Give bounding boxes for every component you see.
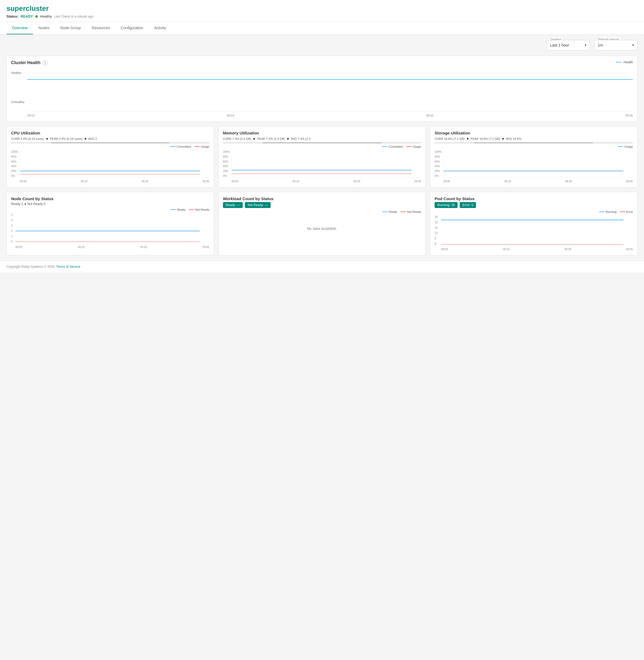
node-ready-chart-line (16, 231, 200, 231)
storage-scrollbar (435, 142, 633, 143)
storage-stats: CURR 16.6% (7.1 GB) ● PEAK 16.6% (7.1 GB… (435, 136, 633, 141)
storage-chart-body (443, 150, 633, 178)
cluster-health-card: Cluster Health i Health Healthy Unhealth… (6, 56, 638, 122)
health-legend-line (616, 62, 621, 63)
tab-overview[interactable]: Overview (6, 22, 33, 34)
status-cards-grid: Node Count by Status Ready 2 ● Not Ready… (6, 192, 638, 255)
tab-node-group[interactable]: Node Group (55, 22, 86, 34)
mem-committed-line (382, 146, 387, 147)
pod-count-card: Pod Count by Status Running: 26 Error: 0… (430, 192, 638, 255)
mem-usage-line (406, 146, 412, 147)
pod-running-badge: Running: 26 (435, 202, 458, 208)
memory-stats: CURR 7.3% (2.4 GB) ● PEAK 7.3% (2.4 GB) … (223, 136, 421, 141)
workload-no-data: No data available. (223, 215, 421, 242)
cpu-chart: 100% 80% 60% 40% 20% 0% 09:00 09:15 09:3… (11, 150, 209, 183)
memory-scrollbar (223, 142, 421, 143)
workload-not-ready-badge: Not Ready: — (245, 202, 271, 208)
node-count-summary: Ready 2 ● Not Ready 0 (11, 202, 209, 206)
storage-legend: Usage (435, 145, 633, 148)
node-legend: Ready Not Ready (11, 208, 209, 211)
workload-count-card: Workload Count by Status Ready: — Not Re… (218, 192, 426, 255)
nav-tabs: Overview Nodes Node Group Resources Conf… (0, 22, 644, 34)
cpu-chart-body (20, 150, 209, 178)
storage-title: Storage Utilization (435, 131, 633, 135)
storage-usage-line (618, 146, 623, 147)
terms-of-service-link[interactable]: Terms of Service (56, 265, 80, 268)
cpu-legend: Committed Usage (11, 145, 209, 148)
pod-running-line (599, 212, 604, 212)
main-content: Duration Last 1 hour Last 6 hours Last 2… (0, 34, 644, 261)
cpu-usage-chart-line (20, 174, 200, 174)
workload-count-title: Workload Count by Status (223, 196, 421, 201)
node-chart: 5 4 3 2 1 0 09:00 09:15 09:30 09:45 (11, 213, 209, 249)
node-count-title: Node Count by Status (11, 196, 209, 201)
storage-chart-line (443, 171, 623, 171)
metrics-grid: CPU Utilization CURR 2.4% (0.19 cores) ●… (6, 126, 638, 187)
tab-resources[interactable]: Resources (86, 22, 115, 34)
memory-chart-body (232, 150, 421, 178)
refresh-label: Refresh Interval (597, 38, 620, 41)
cluster-name: supercluster (6, 4, 638, 13)
mem-committed-chart-line (232, 170, 412, 170)
duration-wrapper: Duration Last 1 hour Last 6 hours Last 2… (547, 40, 590, 50)
tab-activity[interactable]: Activity (148, 22, 171, 34)
refresh-wrapper: Refresh Interval 1m 5m 15m Off ▼ (594, 40, 638, 50)
pod-running-chart-line (441, 220, 623, 220)
health-legend-label: Health (623, 60, 633, 64)
node-chart-body (16, 213, 209, 243)
health-dot-icon (35, 15, 38, 18)
health-chart-body (27, 68, 633, 112)
health-y-labels: Healthy Unhealthy (11, 71, 25, 103)
pod-legend: Running Error (435, 210, 633, 213)
memory-utilization-card: Memory Utilization CURR 7.3% (2.4 GB) ● … (218, 126, 426, 187)
tab-nodes[interactable]: Nodes (33, 22, 55, 34)
storage-chart: 100% 80% 60% 40% 20% 0% 09:00 09:15 09:3… (435, 150, 633, 183)
node-not-ready-line (189, 209, 194, 210)
pod-badges: Running: 26 Error: 0 (435, 202, 633, 208)
cpu-scrollbar (11, 142, 209, 143)
health-text: Healthy (40, 14, 52, 18)
health-chart-line (27, 79, 633, 80)
pod-count-title: Pod Count by Status (435, 196, 633, 201)
cpu-stats: CURR 2.4% (0.19 cores) ● PEAK 2.4% (0.19… (11, 136, 209, 141)
footer: Copyright Rafay Systems © 2020 Terms of … (0, 261, 644, 273)
refresh-select[interactable]: 1m 5m 15m Off (594, 40, 638, 50)
workload-legend: Ready Not Ready (223, 210, 421, 213)
cluster-health-title: Cluster Health i (11, 60, 47, 65)
pod-error-line (620, 212, 625, 212)
memory-legend: Committed Usage (223, 145, 421, 148)
last-check: Last Check in a minute ago (54, 15, 93, 18)
pod-chart-body (441, 216, 633, 245)
info-icon: i (43, 60, 47, 65)
status-row: Status: READY Healthy Last Check in a mi… (6, 14, 638, 18)
controls-row: Duration Last 1 hour Last 6 hours Last 2… (6, 40, 638, 50)
workload-badges: Ready: — Not Ready: — (223, 202, 421, 208)
workload-not-ready-line (400, 212, 406, 212)
workload-ready-badge: Ready: — (223, 202, 243, 208)
pod-error-chart-line (441, 244, 623, 244)
status-value: READY (21, 14, 33, 18)
duration-select[interactable]: Last 1 hour Last 6 hours Last 24 hours L… (547, 40, 590, 50)
workload-ready-line (382, 212, 388, 212)
tab-configuration[interactable]: Configuration (115, 22, 148, 34)
copyright-text: Copyright Rafay Systems © 2020 (6, 265, 55, 268)
pod-chart: 30 24 18 12 6 0 09:00 09:15 09:30 09:45 (435, 216, 633, 251)
cpu-usage-line (194, 146, 200, 147)
health-chart: Healthy Unhealthy (11, 68, 633, 112)
storage-utilization-card: Storage Utilization CURR 16.6% (7.1 GB) … (430, 126, 638, 187)
node-count-card: Node Count by Status Ready 2 ● Not Ready… (6, 192, 214, 255)
health-legend: Health (616, 60, 633, 64)
status-label: Status: (6, 14, 18, 18)
pod-error-badge: Error: 0 (460, 202, 476, 208)
cpu-utilization-card: CPU Utilization CURR 2.4% (0.19 cores) ●… (6, 126, 214, 187)
node-not-ready-chart-line (16, 241, 200, 242)
node-ready-line (170, 209, 176, 210)
cpu-committed-chart-line (20, 171, 200, 171)
header: supercluster Status: READY Healthy Last … (0, 0, 644, 22)
cpu-title: CPU Utilization (11, 131, 209, 135)
cpu-committed-line (170, 146, 176, 147)
memory-title: Memory Utilization (223, 131, 421, 135)
duration-label: Duration (549, 38, 563, 41)
memory-chart: 100% 80% 60% 40% 20% 0% 09:00 09:15 09:3… (223, 150, 421, 183)
health-x-labels: 09:53 09:54 09:55 09:56 (27, 114, 633, 117)
